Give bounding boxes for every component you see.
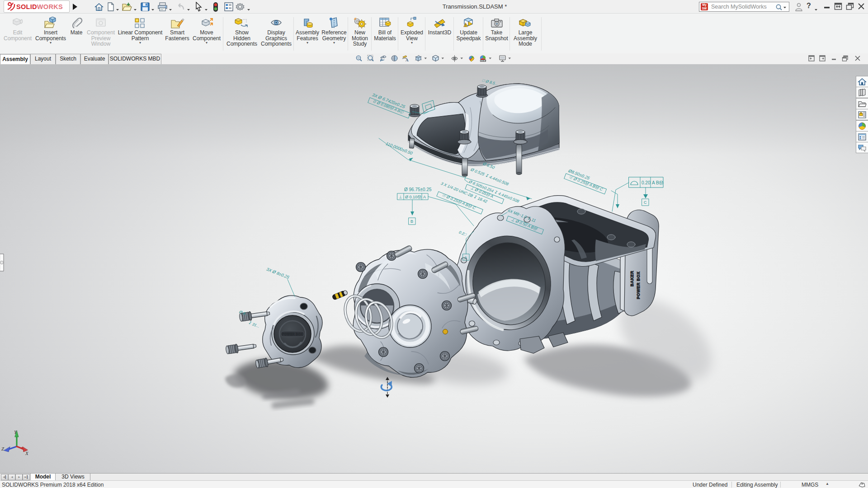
svg-text:!: ! — [465, 24, 466, 27]
svg-text:Z: Z — [1, 446, 5, 451]
svg-text:A: A — [464, 255, 467, 260]
svg-text:A: A — [406, 58, 409, 62]
svg-text:BAKER: BAKER — [630, 271, 634, 286]
svg-text:POWER BOX: POWER BOX — [282, 333, 303, 336]
svg-text:SOLIDWORKS: SOLIDWORKS — [16, 3, 63, 10]
svg-text:Ø 96.75±0.25: Ø 96.75±0.25 — [404, 187, 432, 192]
svg-text:C: C — [644, 200, 647, 205]
svg-text:⊥: ⊥ — [399, 195, 402, 199]
svg-text:B: B — [410, 219, 413, 224]
svg-text:A: A — [423, 195, 426, 199]
svg-text:Ø 0.10Ⓜ: Ø 0.10Ⓜ — [405, 195, 421, 199]
svg-text:0.20: 0.20 — [642, 180, 651, 185]
svg-text:A BⓂ: A BⓂ — [652, 180, 664, 185]
svg-text:X: X — [25, 450, 29, 456]
svg-text:POWER BOX: POWER BOX — [636, 272, 641, 299]
